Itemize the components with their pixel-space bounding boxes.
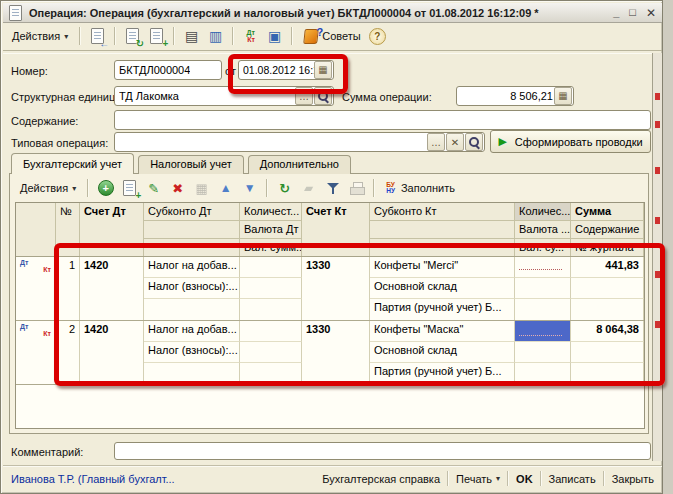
subconto-kt-cell[interactable]: Основной склад [370,278,515,299]
selected-qty-kt-cell[interactable] [515,321,571,342]
header-sum[interactable]: Сумма [571,203,644,221]
accounting-reference-button[interactable]: Бухгалтерская справка [322,473,440,485]
content-cell[interactable] [571,278,644,299]
journal-cell[interactable] [571,363,644,384]
ok-button[interactable]: OK [516,473,533,485]
account-dt-cell[interactable]: 1420 [80,321,144,384]
search-icon[interactable] [314,87,332,105]
responsible-user-link[interactable]: Иванова Т.Р. (Главный бухгалт... [11,473,175,485]
comment-field[interactable] [114,442,651,460]
reset-button[interactable]: ▰ [298,178,319,199]
subconto-kt-cell[interactable]: Конфеты "Merci" [370,257,515,278]
right-scroll-strip[interactable] [652,53,662,461]
search-icon[interactable] [465,133,483,151]
journal-cell[interactable] [571,299,644,320]
header-sub-dt-2[interactable] [144,221,240,239]
header-marker[interactable] [16,203,56,256]
qty-dt-cell[interactable] [240,278,302,299]
header-currency-dt[interactable]: Валюта Дт [240,221,302,239]
copy-row-button[interactable]: + [119,178,140,199]
subconto-kt-cell[interactable]: Партия (ручной учет) Б... [370,363,515,384]
edit-row-button[interactable]: ✎ [143,178,164,199]
row-number-cell[interactable]: 2 [56,321,80,384]
qty-dt-cell[interactable] [240,342,302,363]
header-sub-dt-3[interactable] [144,239,240,256]
delete-row-button[interactable]: ✖ [167,178,188,199]
close-button[interactable]: Закрыть [612,473,654,485]
header-sub-kt-3[interactable] [370,239,515,256]
ellipsis-button[interactable]: … [427,133,445,151]
add-row-button[interactable]: + [95,178,116,199]
calendar-icon[interactable]: ▦ [314,61,332,79]
minimize-icon[interactable]: _ [613,7,619,18]
unit-field[interactable]: ТД Лакомка … [114,86,334,106]
row-marker-cell[interactable]: Дт Кт [16,321,56,384]
date-field[interactable]: 01.08.2012 16:12:09 ▦ [238,60,334,80]
print-button[interactable]: Печать ▾ [456,473,500,485]
header-num[interactable]: № [56,203,80,256]
sum-cell[interactable]: 8 064,38 [571,321,644,342]
subconto-dt-cell[interactable] [144,299,240,320]
content-field[interactable] [114,110,651,130]
header-sub-kt[interactable]: Субконто Кт [370,203,515,221]
move-up-button[interactable]: ▲ [215,178,236,199]
row-marker-cell[interactable]: Дт Кт [16,257,56,320]
clear-icon[interactable]: ✕ [446,133,464,151]
subconto-kt-cell[interactable]: Партия (ручной учет) Б... [370,299,515,320]
journal-button[interactable]: ▣ [264,26,285,47]
header-cur-sum-kt[interactable]: Вал. су... [515,239,571,256]
list-settings-button[interactable]: ▥ [205,26,226,47]
account-kt-cell[interactable]: 1330 [302,257,370,320]
close-icon[interactable]: ✕ [646,7,656,19]
qty-kt-cell[interactable] [515,278,571,299]
tab-additional[interactable]: Дополнительно [248,155,351,174]
generate-postings-button[interactable]: ▶ Сформировать проводки [490,130,651,153]
qty-dt-cell[interactable] [240,299,302,320]
actions-menu-button[interactable]: Действия ▾ [7,28,73,44]
header-qty-dt[interactable]: Количест... [240,203,302,221]
calculator-icon[interactable]: ▦ [554,87,572,105]
qty-kt-cell[interactable] [515,257,571,278]
filter-settings-button[interactable] [322,178,343,199]
subconto-dt-cell[interactable] [144,363,240,384]
ellipsis-button[interactable]: … [295,87,313,105]
qty-kt-cell[interactable] [515,299,571,320]
qty-dt-cell[interactable] [240,363,302,384]
account-dt-cell[interactable]: 1420 [80,257,144,320]
subconto-dt-cell[interactable]: Налог (взносы):... [144,278,240,299]
typical-operation-field[interactable]: … ✕ [114,132,485,152]
header-content[interactable]: Содержание [571,221,644,239]
fill-button[interactable]: БУНУ Заполнить [381,180,460,197]
save-row-button[interactable]: ▦ [191,178,212,199]
qty-dt-cell[interactable] [240,321,302,342]
header-qty-kt[interactable]: Количес... [515,203,571,221]
title-bar[interactable]: Операция: Операция (бухгалтерский и нало… [3,3,662,23]
show-postings-button[interactable]: Дт Кт [240,26,261,47]
move-down-button[interactable]: ▼ [239,178,260,199]
header-sub-dt[interactable]: Субконто Дт [144,203,240,221]
copy-document-button[interactable]: + [146,26,167,47]
operation-sum-field[interactable]: 8 506,21 ▦ [456,86,574,106]
number-field[interactable]: БКТДЛ000004 [114,60,222,80]
reread-document-button[interactable]: ← [87,26,108,47]
row-number-cell[interactable]: 1 [56,257,80,320]
header-currency-kt[interactable]: Валюта ... [515,221,571,239]
tab-tax[interactable]: Налоговый учет [138,155,244,174]
qty-kt-cell[interactable] [515,363,571,384]
subconto-kt-cell[interactable]: Конфеты "Маска" [370,321,515,342]
header-cur-sum-dt[interactable]: Вал. сумм... [240,239,302,256]
help-icon[interactable]: ? [369,28,386,45]
content-cell[interactable] [571,342,644,363]
account-kt-cell[interactable]: 1330 [302,321,370,384]
refresh-table-button[interactable]: ↻ [274,178,295,199]
header-acct-kt[interactable]: Счет Кт [302,203,370,256]
subconto-dt-cell[interactable]: Налог на добав... [144,321,240,342]
qty-dt-cell[interactable] [240,257,302,278]
qty-kt-cell[interactable] [515,342,571,363]
table-actions-menu-button[interactable]: Действия ▾ [15,180,81,196]
tab-accounting[interactable]: Бухгалтерский учет [11,153,134,174]
subconto-kt-cell[interactable]: Основной склад [370,342,515,363]
write-button[interactable]: Записать [549,473,596,485]
subconto-dt-cell[interactable]: Налог на добав... [144,257,240,278]
print-table-button[interactable] [346,178,367,199]
